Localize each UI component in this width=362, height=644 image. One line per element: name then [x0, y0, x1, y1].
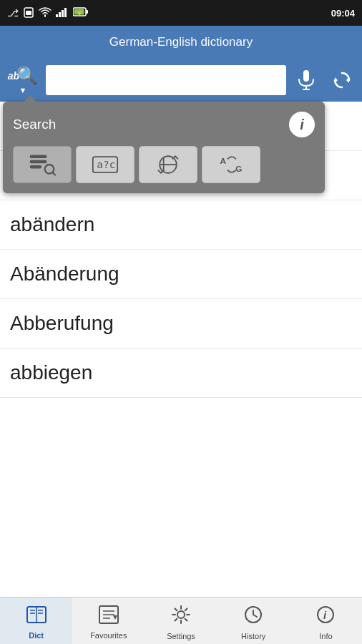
nav-item-favourites[interactable]: Favourites	[72, 597, 145, 644]
nav-item-info[interactable]: i Info	[290, 597, 362, 644]
svg-point-38	[177, 611, 185, 618]
svg-text:a?c: a?c	[97, 159, 115, 170]
favourites-icon	[99, 605, 119, 629]
search-bar: ab 🔍 ▼	[0, 59, 362, 102]
svg-marker-37	[113, 615, 117, 620]
nav-label-settings: Settings	[167, 632, 195, 640]
nav-label-history: History	[241, 632, 265, 640]
svg-text:i: i	[323, 609, 327, 621]
svg-rect-2	[56, 14, 58, 17]
history-icon	[243, 605, 263, 630]
svg-rect-4	[62, 10, 64, 17]
svg-marker-13	[346, 77, 349, 83]
svg-rect-7	[86, 10, 88, 14]
search-input[interactable]	[46, 65, 286, 95]
search-options-panel: Search i a?c	[3, 102, 325, 193]
list-item[interactable]: abändern	[0, 200, 362, 250]
svg-rect-17	[30, 165, 41, 169]
sim-icon	[23, 6, 34, 20]
svg-text:G: G	[235, 164, 242, 173]
title-bar: German-English dictionary	[0, 26, 362, 59]
nav-label-favourites: Favourites	[90, 631, 127, 640]
svg-text:A: A	[220, 156, 227, 165]
morphology-search-button[interactable]: A G	[202, 146, 260, 183]
status-bar-time: 09:04	[331, 8, 355, 19]
signal-icon	[56, 7, 69, 19]
svg-line-19	[52, 172, 55, 175]
svg-rect-1	[26, 11, 31, 15]
status-bar-left: ⎇	[7, 6, 89, 20]
settings-icon	[171, 605, 191, 630]
fuzzy-search-button[interactable]	[139, 146, 197, 183]
nav-item-history[interactable]: History	[217, 597, 290, 644]
svg-marker-14	[335, 77, 338, 83]
status-bar: ⎇	[0, 0, 362, 26]
svg-text:⚡: ⚡	[77, 10, 83, 16]
wifi-icon	[39, 7, 52, 19]
dropdown-notch	[23, 95, 37, 102]
dropdown-header: Search i	[13, 112, 315, 137]
search-type-options: a?c A G	[13, 146, 315, 183]
svg-line-41	[253, 615, 257, 617]
mic-button[interactable]	[290, 64, 322, 96]
list-item[interactable]: Abänderung	[0, 250, 362, 299]
nav-item-dict[interactable]: Dict	[0, 597, 72, 644]
list-item[interactable]: abbiegen	[0, 348, 362, 398]
svg-rect-10	[303, 70, 309, 82]
title-text: German-English dictionary	[109, 35, 253, 49]
full-text-search-button[interactable]	[13, 146, 72, 183]
usb-icon: ⎇	[7, 7, 19, 19]
svg-rect-3	[59, 12, 61, 17]
nav-label-info: Info	[319, 632, 332, 640]
battery-icon: ⚡	[73, 7, 89, 19]
info-button[interactable]: i	[289, 112, 315, 137]
search-mode-button[interactable]: ab 🔍 ▼	[4, 64, 41, 96]
search-icon: 🔍	[16, 66, 38, 86]
dict-icon	[26, 605, 47, 629]
info-nav-icon: i	[315, 605, 336, 630]
nav-label-dict: Dict	[29, 631, 44, 640]
dropdown-arrow-icon: ▼	[19, 86, 27, 94]
bottom-nav: Dict Favourites Settings	[0, 597, 362, 644]
wildcard-search-button[interactable]: a?c	[76, 146, 134, 183]
svg-rect-15	[30, 155, 47, 158]
svg-rect-16	[30, 160, 47, 164]
svg-rect-5	[64, 8, 67, 17]
nav-item-settings[interactable]: Settings	[145, 597, 217, 644]
search-mode-label: Search	[13, 117, 56, 132]
refresh-button[interactable]	[326, 64, 358, 96]
list-item[interactable]: Abberufung	[0, 299, 362, 348]
